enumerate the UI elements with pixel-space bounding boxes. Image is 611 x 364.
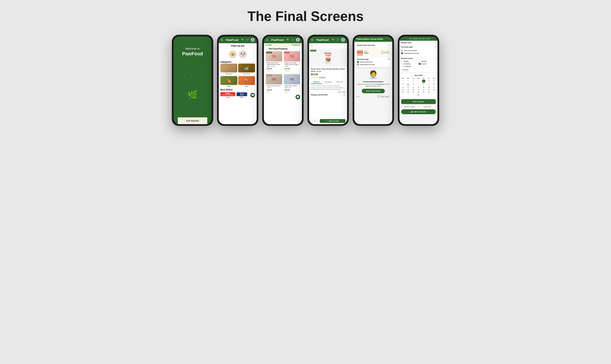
category-dry[interactable]: Dry food [221, 64, 237, 75]
get-started-button[interactable]: Get Started [178, 117, 207, 124]
chat-icon[interactable]: 💬 [250, 93, 255, 97]
product-card-1[interactable]: New Item ROYALCANIN Royal Canin Feline H… [266, 51, 282, 73]
hamburger-icon[interactable]: ☰ [221, 39, 223, 41]
modal-qty-minus[interactable]: − [381, 51, 384, 54]
collapse-icon[interactable]: ∧ [388, 58, 389, 60]
product-card-4[interactable]: ROYALCANIN Royal Canin Urinary Care - 5 … [284, 74, 300, 94]
cal-day[interactable]: 25 [400, 91, 405, 93]
cal-day[interactable]: 26 [405, 91, 411, 93]
cal-day[interactable]: 8 [421, 83, 426, 86]
hamburger-icon-3[interactable]: ☰ [311, 39, 313, 41]
modal-close-icon[interactable]: ✕ [388, 44, 389, 46]
purina-brand[interactable]: PURINA Your Pet, Our Passion. Purina [221, 92, 235, 98]
qty-minus-btn[interactable]: − [312, 120, 313, 122]
cal-day[interactable]: 29 [405, 79, 411, 83]
cal-day[interactable]: 17 [431, 86, 437, 89]
filters-button[interactable]: FILTERS [266, 44, 272, 46]
start-guide-button[interactable]: Start Visual Guide [362, 89, 385, 93]
cal-day[interactable]: 8 [431, 93, 437, 97]
cal-day[interactable]: 29 [421, 91, 426, 93]
product-card-2[interactable]: On Sale ROYALCANIN Royal Canin Feline He… [284, 51, 300, 73]
cal-next-arrow[interactable]: › [425, 74, 425, 76]
cal-day[interactable]: 28 [400, 79, 405, 83]
sort-button[interactable]: ⇅ SORT BY [292, 44, 300, 46]
cal-day[interactable]: 20 [411, 89, 416, 91]
cal-day[interactable]: 30 [426, 91, 431, 93]
chat-icon-2[interactable]: 💬 [295, 95, 300, 99]
add-to-calendar-button[interactable]: 📅 Add To Calendar [401, 109, 436, 114]
skip-link[interactable]: Skip [356, 96, 359, 97]
ratings-info-icon[interactable]: ? [343, 94, 345, 96]
cal-day-highlight-5b[interactable]: 5 [417, 93, 420, 97]
cal-day[interactable]: 7 [416, 83, 421, 86]
modal-qty-plus[interactable]: + [387, 51, 389, 54]
reorder-triweekly[interactable]: Tri-Weekly [401, 65, 418, 67]
cal-highlight-5[interactable]: 5 [406, 83, 410, 86]
tab-other-info[interactable]: Other info [334, 80, 345, 84]
cal-day[interactable]: 3 [405, 93, 411, 97]
detail-back-arrow[interactable]: ← [309, 43, 347, 49]
cal-day[interactable]: 23 [426, 89, 431, 91]
cal-day[interactable]: 18 [400, 89, 405, 91]
back-arrow[interactable]: ← [266, 48, 268, 50]
product-card-3[interactable]: Sold Out ROYALCANIN Royal Canin Oral Car… [266, 74, 282, 94]
cal-day[interactable]: 1 [431, 91, 437, 93]
avatar-2[interactable]: 👤 [296, 38, 300, 42]
avatar[interactable]: 👤 [251, 38, 255, 42]
cal-day[interactable]: 27 [411, 91, 416, 93]
cal-day[interactable]: 31 [416, 79, 421, 83]
cal-day[interactable]: 2 [400, 93, 405, 97]
purchase-type-chevron[interactable]: ∧ [434, 46, 436, 48]
reorder-chevron[interactable]: ∧ [434, 57, 436, 59]
radio-one-time[interactable]: One-time purchase [357, 61, 389, 63]
discard-changes-button[interactable]: Discard Changes [401, 105, 418, 108]
reorder-biweekly[interactable]: Bi-Weekly [401, 63, 418, 65]
add-to-cart-button[interactable]: 🛒 ADD TO CART [320, 119, 345, 123]
category-toys[interactable]: 🎾 Toys [238, 76, 255, 88]
show-more-link[interactable]: Show More [309, 91, 347, 93]
cart-icon[interactable]: 🛒 [246, 39, 249, 41]
cal-day[interactable]: 21 [416, 89, 421, 91]
search-icon-3[interactable]: 🔍 [332, 39, 335, 41]
hamburger-icon-2[interactable]: ☰ [266, 39, 268, 41]
cart-icon-3[interactable]: 🛒 [336, 39, 339, 41]
tab-nutrients[interactable]: Nutrients [311, 80, 322, 84]
cal-day[interactable]: 4 [400, 83, 405, 86]
reorder-weekly[interactable]: Weekly [401, 60, 418, 62]
radio-pawscription-modify[interactable]: Pawscription purchase [401, 52, 436, 54]
cal-day[interactable]: 24 [431, 89, 437, 91]
cal-day[interactable]: 12 [405, 86, 411, 89]
cal-day[interactable]: 6 [411, 83, 416, 86]
cal-day[interactable]: 6 [421, 93, 426, 97]
cal-today[interactable]: 1 [422, 79, 425, 83]
cal-day[interactable]: 13 [411, 86, 416, 89]
cal-day[interactable]: 15 [421, 86, 426, 89]
cal-day[interactable]: 9 [426, 83, 431, 86]
date-input[interactable]: 5/6/2023 [401, 68, 409, 71]
modify-chevron[interactable]: ∨ [434, 42, 436, 44]
voice-guide-button[interactable]: 🎤 Voice Guide [376, 95, 390, 98]
cancel-order-button[interactable]: Cancel Order [419, 105, 436, 108]
save-changes-button[interactable]: Save Changes [401, 99, 436, 104]
search-icon[interactable]: 🔍 [241, 39, 244, 41]
cal-prev-arrow[interactable]: ‹ [412, 74, 412, 76]
cal-day[interactable]: 14 [416, 86, 421, 89]
cal-day[interactable]: 30 [411, 79, 416, 83]
category-wet[interactable]: 🥣 Wet food [238, 64, 255, 75]
cal-day[interactable]: 4 [411, 93, 416, 97]
cal-day[interactable]: 10 [431, 83, 437, 86]
radio-one-time-modify[interactable]: One-time purchase [401, 50, 436, 52]
pet-dog[interactable]: 🐶 [239, 50, 247, 58]
cal-day[interactable]: 16 [426, 86, 431, 89]
search-icon-2[interactable]: 🔍 [287, 39, 290, 41]
cal-day[interactable]: 28 [416, 91, 421, 93]
qty-plus-btn[interactable]: + [316, 120, 317, 122]
tab-ingredients[interactable]: Ingredients [322, 80, 334, 84]
category-treats[interactable]: 🍖 Treats [221, 76, 237, 88]
cal-day[interactable]: 19 [405, 89, 411, 91]
cal-day[interactable]: 11 [400, 86, 405, 89]
radio-pawscription[interactable]: Pawscription purchase [357, 64, 389, 65]
cart-icon-2[interactable]: 🛒 [291, 39, 294, 41]
cal-day-2[interactable]: 2 [426, 79, 431, 83]
reviews-count[interactable]: 2 reviews [319, 77, 325, 78]
